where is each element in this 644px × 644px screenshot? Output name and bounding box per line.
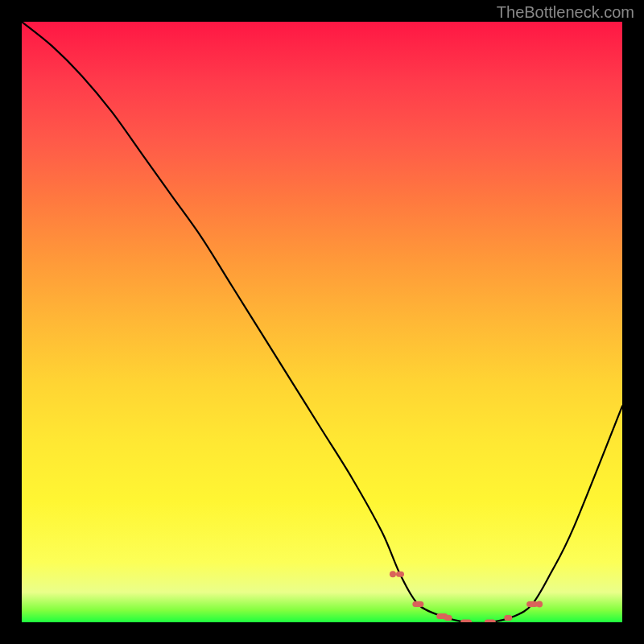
minimum-marker bbox=[526, 601, 538, 607]
watermark-text: TheBottleneck.com bbox=[497, 3, 634, 22]
minimum-marker bbox=[485, 620, 496, 623]
minimum-marker bbox=[396, 572, 404, 577]
minimum-marker-dot bbox=[390, 571, 396, 577]
minimum-marker bbox=[412, 601, 423, 607]
minimum-marker bbox=[504, 615, 512, 621]
minimum-marker bbox=[460, 620, 472, 623]
chart-svg bbox=[22, 22, 622, 622]
minimum-marker bbox=[444, 615, 452, 621]
minimum-marker-dot bbox=[536, 601, 543, 608]
bottleneck-curve bbox=[22, 22, 622, 622]
plot-area bbox=[22, 22, 622, 622]
